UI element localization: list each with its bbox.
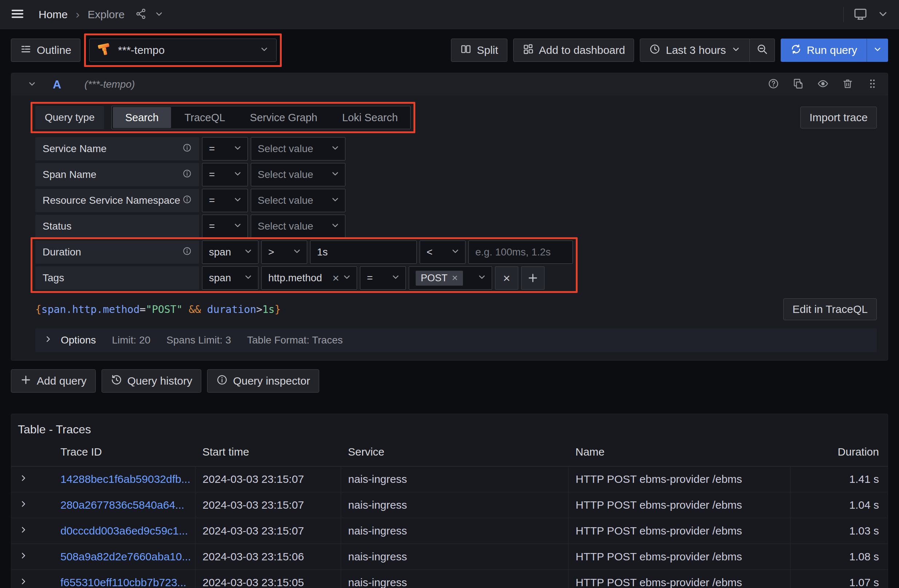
traceql-preview: {span.http.method="POST" && duration>1s} <box>35 304 281 315</box>
tag-value-select[interactable]: POST× <box>409 266 492 290</box>
trace-id-link[interactable]: 280a2677836c5840a64... <box>60 499 184 511</box>
edit-in-traceql-button[interactable]: Edit in TraceQL <box>783 298 877 320</box>
options-label: Options <box>61 334 96 346</box>
share-chevron-down-icon[interactable] <box>154 9 164 20</box>
info-icon[interactable] <box>182 194 192 207</box>
collapse-chevron-down-icon[interactable] <box>27 79 37 90</box>
options-toggle[interactable]: Options <box>43 334 96 346</box>
outline-button[interactable]: Outline <box>11 39 80 62</box>
query-history-label: Query history <box>127 375 192 387</box>
breadcrumb-home[interactable]: Home <box>39 8 68 21</box>
trace-id-link[interactable]: f655310eff110cbb7b723... <box>60 576 186 588</box>
filter-label: Duration <box>43 246 81 258</box>
value-select[interactable]: Select value <box>251 163 345 186</box>
operator-select[interactable]: = <box>202 189 248 212</box>
value-select[interactable]: Select value <box>251 189 345 212</box>
time-range-picker[interactable]: Last 3 hours <box>640 39 749 62</box>
menu-toggle-icon[interactable] <box>10 6 25 23</box>
drag-handle-grip-icon[interactable] <box>867 78 878 91</box>
column-name[interactable]: Name <box>568 446 790 466</box>
run-query-button[interactable]: Run query <box>781 39 867 62</box>
help-icon[interactable] <box>768 78 779 91</box>
row-expander-icon[interactable] <box>11 466 53 492</box>
duration-max-operator-select[interactable]: < <box>420 241 465 264</box>
value-select[interactable]: Select value <box>251 137 345 161</box>
zoom-out-icon <box>756 43 768 57</box>
column-trace-id[interactable]: Trace ID <box>53 446 195 466</box>
start-time-cell: 2024-03-03 23:15:05 <box>195 570 341 588</box>
tag-value-chip: POST× <box>416 271 463 286</box>
query-ref-id[interactable]: A <box>53 78 61 91</box>
duration-min-input[interactable] <box>317 246 410 258</box>
split-button[interactable]: Split <box>451 39 507 62</box>
topbar-chevron-down-icon[interactable] <box>877 8 889 21</box>
remove-tag-filter-button[interactable]: × <box>495 266 518 290</box>
trace-id-link[interactable]: 14288bec1f6ab59032dfb... <box>60 473 190 485</box>
value-select[interactable]: Select value <box>251 215 345 238</box>
duplicate-query-icon[interactable] <box>792 78 804 91</box>
name-cell: HTTP POST ebms-provider /ebms <box>568 466 790 492</box>
operator-select[interactable]: = <box>202 163 248 186</box>
kiosk-monitor-icon[interactable] <box>853 6 868 23</box>
duration-max-input[interactable] <box>475 246 566 258</box>
datasource-picker[interactable]: ***-tempo <box>89 39 276 62</box>
row-expander-icon[interactable] <box>11 570 53 588</box>
column-duration[interactable]: Duration <box>790 446 888 466</box>
table-row: 508a9a82d2e7660aba10... 2024-03-03 23:15… <box>11 544 888 570</box>
tag-scope-select[interactable]: span <box>202 266 258 290</box>
duration-min-operator-select[interactable]: > <box>261 241 307 264</box>
outline-icon <box>20 43 32 57</box>
add-to-dashboard-button[interactable]: Add to dashboard <box>513 39 634 62</box>
clear-tag-key-icon[interactable]: × <box>332 272 339 284</box>
import-trace-button[interactable]: Import trace <box>800 106 877 128</box>
table-row: 14288bec1f6ab59032dfb... 2024-03-03 23:1… <box>11 466 888 492</box>
row-expander-icon[interactable] <box>11 492 53 518</box>
info-icon[interactable] <box>182 246 192 258</box>
row-expander-icon[interactable] <box>11 544 53 570</box>
trace-id-link[interactable]: 508a9a82d2e7660aba10... <box>60 551 191 563</box>
datasource-name: ***-tempo <box>118 44 165 56</box>
add-query-button[interactable]: Add query <box>11 369 96 393</box>
breadcrumb-explore[interactable]: Explore <box>88 8 125 21</box>
tag-operator-select[interactable]: = <box>360 266 406 290</box>
remove-query-trash-icon[interactable] <box>842 78 854 91</box>
info-icon[interactable] <box>182 143 192 155</box>
service-cell: nais-ingress <box>341 466 568 492</box>
tag-key-select[interactable]: http.method× <box>261 266 357 290</box>
operator-select[interactable]: = <box>202 137 248 161</box>
traces-table-panel: Table - Traces Trace ID Start time Servi… <box>11 414 888 588</box>
share-icon[interactable] <box>135 8 147 21</box>
query-history-button[interactable]: Query history <box>102 369 201 393</box>
query-actions-row: Add query Query history Query inspector <box>11 369 888 393</box>
tab-service-graph[interactable]: Service Graph <box>238 106 330 129</box>
duration-scope-select[interactable]: span <box>202 241 258 264</box>
column-start-time[interactable]: Start time <box>195 446 341 466</box>
run-query-dropdown-button[interactable] <box>867 39 888 62</box>
duration-min-input-wrap <box>310 241 417 264</box>
add-tag-filter-button[interactable] <box>521 266 544 290</box>
column-service[interactable]: Service <box>341 446 568 466</box>
query-type-label: Query type <box>35 106 104 129</box>
table-row: 280a2677836c5840a64... 2024-03-03 23:15:… <box>11 492 888 518</box>
tab-traceql[interactable]: TraceQL <box>172 106 238 129</box>
disable-query-eye-icon[interactable] <box>817 78 829 91</box>
time-zoom-out-button[interactable] <box>750 39 775 62</box>
info-icon[interactable] <box>182 169 192 181</box>
row-expander-icon[interactable] <box>11 518 53 544</box>
tab-search[interactable]: Search <box>113 107 171 128</box>
tab-loki-search[interactable]: Loki Search <box>330 106 410 129</box>
explore-toolbar: Outline ***-tempo <box>11 39 888 62</box>
trace-id-link[interactable]: d0cccdd003a6ed9c59c1... <box>60 525 188 537</box>
panel-title: Table - Traces <box>11 421 888 436</box>
split-label: Split <box>477 44 498 56</box>
operator-select[interactable]: = <box>202 215 248 238</box>
run-query-label: Run query <box>807 44 857 56</box>
duration-cell: 1.04 s <box>790 492 888 518</box>
remove-tag-value-icon[interactable]: × <box>452 273 458 283</box>
service-cell: nais-ingress <box>341 544 568 570</box>
duration-cell: 1.41 s <box>790 466 888 492</box>
query-inspector-button[interactable]: Query inspector <box>207 369 319 393</box>
table-header-row: Trace ID Start time Service Name Duratio… <box>11 446 888 466</box>
filter-row-span-name: Span Name = Select value <box>35 163 877 186</box>
options-bar: Options Limit: 20 Spans Limit: 3 Table F… <box>35 328 877 352</box>
